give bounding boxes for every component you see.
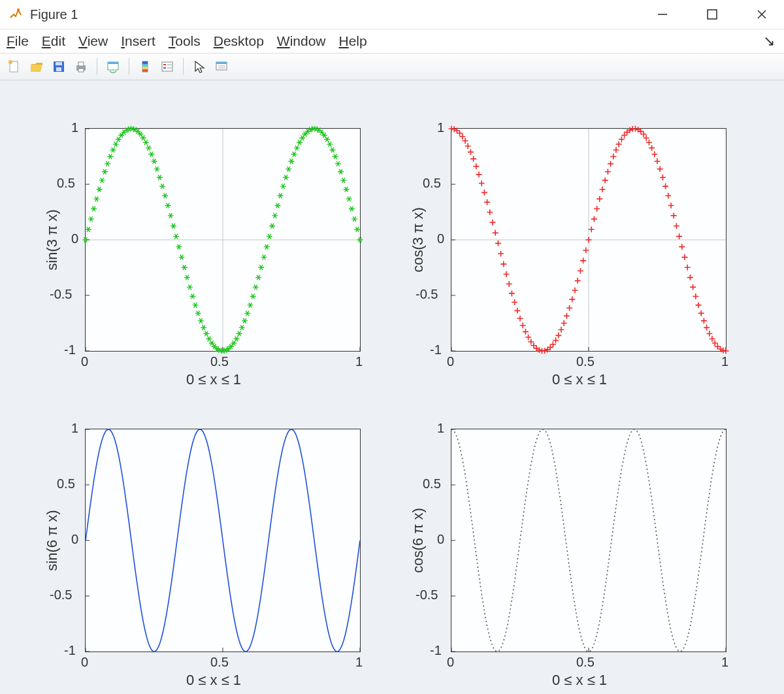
ytick-label: 1 [437, 421, 447, 436]
svg-rect-8 [56, 62, 62, 65]
svg-rect-2 [708, 10, 717, 19]
ytick-label: 0.5 [57, 476, 81, 491]
svg-rect-18 [142, 67, 148, 69]
svg-rect-22 [167, 64, 172, 65]
save-icon[interactable] [50, 58, 68, 76]
ytick-label: -1 [64, 342, 81, 357]
ytick-label: -1 [64, 643, 81, 658]
subplot-ax4[interactable]: -1-0.500.5100.510 ≤ x ≤ 1cos(6 π x) [392, 416, 745, 694]
ytick-label: -1 [430, 342, 447, 357]
legend-icon[interactable] [158, 58, 176, 76]
ytick-label: 0 [71, 231, 81, 246]
window-title: Figure 1 [30, 7, 78, 22]
ytick-label: 0 [437, 532, 447, 547]
svg-rect-11 [78, 62, 84, 66]
subplot-ax1[interactable]: -1-0.500.5100.510 ≤ x ≤ 1sin(3 π x) [26, 115, 379, 396]
ytick-label: 0.5 [423, 176, 447, 191]
xtick-label: 0 [447, 354, 454, 369]
menu-overflow-icon[interactable]: ↘ [763, 33, 777, 50]
svg-rect-23 [163, 67, 166, 69]
svg-rect-20 [162, 62, 172, 71]
ytick-label: -0.5 [416, 287, 447, 302]
new-file-icon[interactable] [5, 58, 24, 76]
ytick-label: 0.5 [57, 176, 81, 191]
ytick-label: -1 [430, 643, 447, 658]
ylabel: cos(6 π x) [410, 501, 427, 580]
svg-rect-14 [108, 62, 118, 64]
figure-window: Figure 1 File Edit View Insert Tools Des… [0, 0, 784, 694]
svg-rect-21 [163, 64, 166, 65]
ytick-label: 1 [437, 120, 447, 135]
xtick-label: 0.5 [210, 354, 229, 369]
xtick-label: 0 [447, 655, 454, 670]
matlab-figure-icon [8, 7, 24, 22]
ytick-label: 0.5 [423, 476, 447, 491]
colorbar-icon[interactable] [136, 58, 154, 76]
close-button[interactable] [753, 5, 771, 24]
axes-box[interactable] [451, 128, 727, 352]
svg-rect-24 [167, 67, 172, 69]
window-controls [653, 5, 776, 24]
xtick-label: 1 [355, 655, 363, 670]
axes-box[interactable] [85, 128, 361, 352]
ylabel: sin(6 π x) [44, 501, 61, 580]
svg-rect-19 [142, 69, 148, 72]
ytick-label: -0.5 [416, 587, 447, 603]
open-file-icon[interactable] [27, 58, 46, 76]
subplot-ax3[interactable]: -1-0.500.5100.510 ≤ x ≤ 1sin(6 π x) [26, 416, 379, 694]
menu-tools[interactable]: Tools [169, 33, 201, 49]
xlabel: 0 ≤ x ≤ 1 [552, 371, 607, 388]
menu-file[interactable]: File [7, 33, 29, 49]
series-line [451, 429, 726, 652]
xtick-label: 1 [355, 354, 363, 369]
menu-help[interactable]: Help [339, 33, 367, 49]
axes-box[interactable] [85, 429, 361, 652]
plot-ax3 [86, 429, 360, 652]
menu-edit[interactable]: Edit [42, 33, 65, 49]
print-icon[interactable] [72, 58, 90, 76]
titlebar: Figure 1 [0, 0, 784, 29]
data-tips-icon[interactable] [212, 58, 231, 76]
svg-rect-17 [142, 64, 148, 67]
xlabel: 0 ≤ x ≤ 1 [186, 371, 241, 388]
xtick-label: 0.5 [576, 354, 595, 369]
toolbar-separator [97, 58, 97, 75]
menu-view[interactable]: View [78, 33, 108, 49]
menubar: File Edit View Insert Tools Desktop Wind… [0, 29, 784, 53]
ytick-label: 1 [71, 120, 81, 135]
svg-rect-12 [78, 69, 84, 72]
xlabel: 0 ≤ x ≤ 1 [552, 672, 607, 689]
menu-insert[interactable]: Insert [121, 33, 155, 49]
svg-point-6 [8, 60, 12, 64]
svg-rect-26 [216, 62, 227, 64]
maximize-button[interactable] [703, 5, 721, 24]
plot-ax4 [451, 429, 726, 652]
pointer-icon[interactable] [190, 58, 208, 76]
xtick-label: 0.5 [576, 655, 595, 670]
xtick-label: 1 [721, 655, 728, 670]
ylabel: sin(3 π x) [44, 201, 61, 279]
toolbar-separator [183, 58, 184, 75]
xtick-label: 1 [721, 354, 728, 369]
ytick-label: 0 [71, 532, 81, 547]
xlabel: 0 ≤ x ≤ 1 [186, 672, 241, 689]
xtick-label: 0 [81, 655, 88, 670]
plot-ax1 [86, 129, 360, 351]
menu-desktop[interactable]: Desktop [214, 33, 264, 49]
minimize-button[interactable] [653, 5, 672, 24]
subplot-ax2[interactable]: -1-0.500.5100.510 ≤ x ≤ 1cos(3 π x) [392, 115, 745, 396]
ytick-label: -0.5 [50, 287, 81, 302]
series-line [86, 429, 360, 652]
menu-window[interactable]: Window [277, 33, 326, 49]
ytick-label: 1 [71, 421, 81, 436]
ytick-label: -0.5 [50, 587, 81, 603]
toolbar [0, 53, 784, 80]
axes-box[interactable] [451, 429, 727, 652]
ylabel: cos(3 π x) [410, 201, 427, 279]
ytick-label: 0 [437, 231, 447, 246]
svg-rect-16 [142, 61, 148, 64]
xtick-label: 0.5 [210, 655, 229, 670]
plot-ax2 [451, 129, 726, 351]
link-figure-icon[interactable] [104, 58, 122, 76]
svg-point-0 [17, 8, 20, 11]
